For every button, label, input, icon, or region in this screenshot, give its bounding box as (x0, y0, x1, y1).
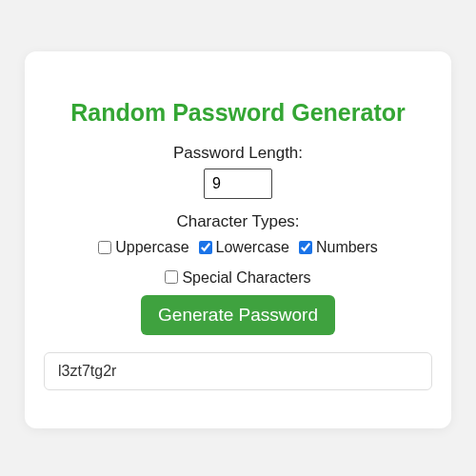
character-types-label: Character Types: (44, 212, 432, 231)
option-lowercase[interactable]: Lowercase (199, 235, 289, 260)
length-input[interactable] (204, 169, 272, 199)
generate-button[interactable]: Generate Password (141, 295, 335, 335)
special-checkbox[interactable] (165, 270, 178, 284)
uppercase-label: Uppercase (115, 235, 188, 260)
character-types-row: Uppercase Lowercase Numbers Special Char… (44, 235, 432, 289)
generator-card: Random Password Generator Password Lengt… (25, 51, 451, 428)
special-label: Special Characters (182, 266, 310, 290)
option-special[interactable]: Special Characters (165, 266, 310, 290)
password-output[interactable] (44, 352, 432, 390)
numbers-checkbox[interactable] (299, 241, 312, 254)
uppercase-checkbox[interactable] (98, 241, 111, 254)
lowercase-checkbox[interactable] (199, 241, 212, 254)
length-label: Password Length: (44, 144, 432, 163)
numbers-label: Numbers (316, 235, 378, 260)
option-uppercase[interactable]: Uppercase (98, 235, 188, 260)
lowercase-label: Lowercase (216, 235, 289, 260)
page-title: Random Password Generator (44, 99, 432, 127)
option-numbers[interactable]: Numbers (299, 235, 378, 260)
